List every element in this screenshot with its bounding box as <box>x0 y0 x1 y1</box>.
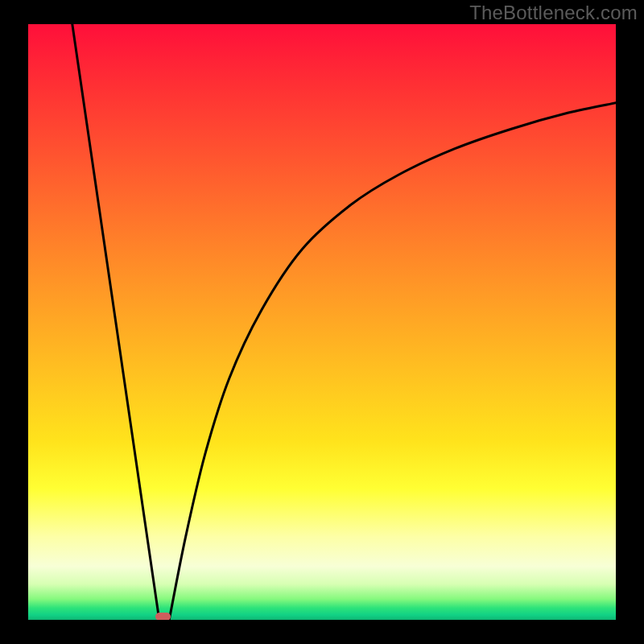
chart-frame: TheBottleneck.com <box>0 0 644 644</box>
curve-right-path <box>169 103 616 620</box>
watermark-text: TheBottleneck.com <box>469 2 638 24</box>
curve-svg <box>28 24 616 620</box>
curve-left-path <box>72 24 159 620</box>
plot-area <box>28 24 616 620</box>
trough-marker <box>155 613 171 620</box>
